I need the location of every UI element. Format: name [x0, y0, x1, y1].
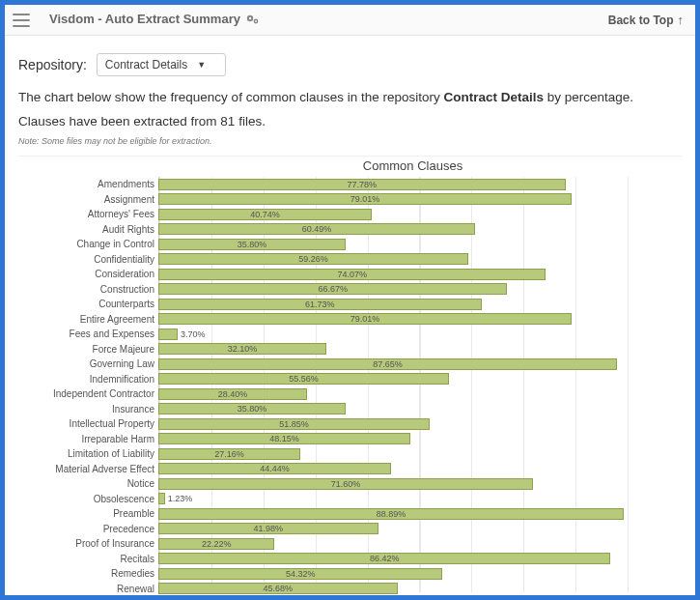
chart-container: Common Clauses Amendments77.78%Assignmen… [18, 156, 682, 592]
category-label: Preamble [18, 508, 158, 519]
repository-label: Repository: [18, 57, 87, 72]
chart-row: Intellectual Property51.85% [18, 416, 682, 432]
chart-row: Consideration74.07% [18, 267, 682, 282]
chart-row: Preamble88.89% [18, 506, 682, 522]
category-label: Entire Agreement [18, 314, 158, 325]
chart-row: Amendments77.78% [18, 177, 682, 192]
chart-row: Obsolescence1.23% [18, 492, 682, 507]
category-label: Material Adverse Effect [18, 464, 158, 474]
chart-row: Limitation of Liability27.16% [18, 446, 682, 462]
bar-track: 86.42% [158, 553, 682, 564]
bar-value-label: 74.07% [337, 270, 367, 279]
chart-row: Material Adverse Effect44.44% [18, 462, 682, 477]
chart-row: Fees and Expenses3.70% [18, 327, 682, 342]
category-label: Obsolescence [18, 494, 158, 504]
chart-row: Insurance35.80% [18, 402, 682, 417]
bar-track: 79.01% [158, 193, 682, 205]
chart-row: Construction66.67% [18, 282, 682, 298]
bar-track: 40.74% [158, 209, 682, 220]
category-label: Intellectual Property [18, 418, 158, 429]
category-label: Insurance [18, 404, 158, 414]
bar-track: 35.80% [158, 403, 682, 414]
chart-rows: Amendments77.78%Assignment79.01%Attorney… [18, 177, 682, 595]
category-label: Limitation of Liability [18, 448, 158, 459]
bar-track: 1.23% [158, 493, 682, 504]
chevron-down-icon: ▼ [197, 60, 206, 70]
bar-track: 32.10% [158, 343, 682, 355]
bar-value-label: 3.70% [181, 329, 206, 339]
chart-row: Recitals86.42% [18, 552, 682, 567]
category-label: Assignment [18, 194, 158, 205]
category-label: Consideration [18, 269, 158, 279]
bar-value-label: 51.85% [279, 419, 309, 429]
category-label: Irreparable Harm [18, 434, 158, 444]
description-line-2: Clauses have been extracted from 81 file… [18, 114, 682, 129]
chart-row: Proof of Insurance22.22% [18, 536, 682, 552]
bar-value-label: 59.26% [298, 254, 328, 264]
bar-value-label: 60.49% [302, 224, 332, 234]
note-text: Note: Some files may not be eligible for… [18, 136, 682, 146]
category-label: Notice [18, 478, 158, 489]
svg-point-2 [248, 16, 250, 18]
bar [158, 329, 178, 340]
bar-value-label: 45.68% [264, 584, 294, 593]
bar-value-label: 54.32% [286, 569, 316, 579]
bar-track: 55.56% [158, 373, 682, 385]
bar-value-label: 48.15% [269, 434, 299, 443]
bar-track: 35.80% [158, 239, 682, 250]
category-label: Recitals [18, 554, 158, 564]
bar-value-label: 86.42% [370, 554, 400, 563]
bar-value-label: 41.98% [254, 524, 284, 533]
repository-select[interactable]: Contract Details ▼ [97, 53, 226, 76]
category-label: Renewal [18, 584, 158, 594]
chart-row: Audit Rights60.49% [18, 222, 682, 238]
category-label: Audit Rights [18, 224, 158, 235]
bar-value-label: 1.23% [168, 494, 193, 503]
bar-track: 44.44% [158, 463, 682, 474]
category-label: Governing Law [18, 358, 158, 369]
chart-row: Confidentiality59.26% [18, 252, 682, 268]
bar-track: 54.32% [158, 568, 682, 580]
content-area: Repository: Contract Details ▼ The chart… [5, 36, 695, 595]
category-label: Proof of Insurance [18, 538, 158, 549]
bar-value-label: 88.89% [377, 509, 406, 519]
gears-icon [246, 14, 260, 28]
chart-row: Indemnification55.56% [18, 372, 682, 387]
repository-selected-value: Contract Details [105, 58, 187, 71]
menu-icon[interactable] [13, 14, 30, 27]
bar-value-label: 28.40% [218, 389, 248, 399]
chart-row: Irreparable Harm48.15% [18, 432, 682, 447]
bar-value-label: 79.01% [350, 314, 380, 324]
bar-track: 27.16% [158, 448, 682, 460]
bar-value-label: 55.56% [289, 374, 319, 384]
app-header: Visdom - Auto Extract Summary Back to To… [5, 5, 695, 36]
category-label: Remedies [18, 568, 158, 579]
bar-track: 66.67% [158, 283, 682, 295]
chart-row: Force Majeure32.10% [18, 342, 682, 357]
chart-title: Common Clauses [144, 158, 682, 173]
category-label: Independent Contractor [18, 388, 158, 399]
category-label: Fees and Expenses [18, 329, 158, 339]
back-to-top-link[interactable]: Back to Top ↑ [608, 13, 684, 27]
page-title: Visdom - Auto Extract Summary [49, 12, 260, 27]
category-label: Indemnification [18, 374, 158, 385]
bar-track: 41.98% [158, 523, 682, 534]
category-label: Construction [18, 284, 158, 295]
bar-track: 88.89% [158, 508, 682, 520]
chart-row: Governing Law87.65% [18, 357, 682, 372]
category-label: Counterparts [18, 299, 158, 309]
bar-track: 71.60% [158, 478, 682, 490]
category-label: Precedence [18, 524, 158, 534]
category-label: Amendments [18, 179, 158, 189]
bar-value-label: 71.60% [331, 479, 361, 489]
chart-row: Attorneys' Fees40.74% [18, 207, 682, 222]
chart-row: Remedies54.32% [18, 566, 682, 582]
description-line-1: The chart below show the frequency of co… [18, 90, 682, 104]
bar-track: 87.65% [158, 358, 682, 370]
bar-value-label: 66.67% [318, 284, 348, 294]
chart-row: Notice71.60% [18, 476, 682, 492]
bar-track: 51.85% [158, 418, 682, 430]
bar-track: 45.68% [158, 583, 682, 594]
chart-row: Renewal45.68% [18, 582, 682, 596]
bar-value-label: 22.22% [202, 539, 232, 549]
